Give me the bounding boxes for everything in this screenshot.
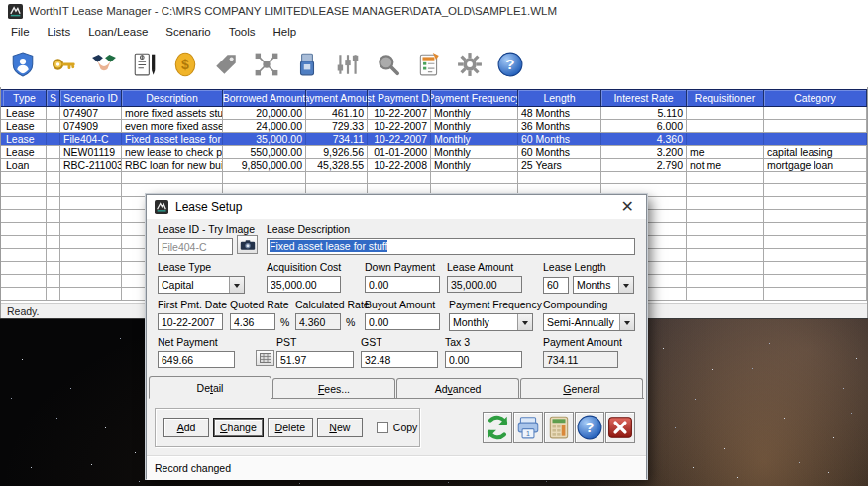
column-header-requisitioner[interactable]: Requisitioner <box>687 90 764 106</box>
gear-toolbar-button[interactable] <box>456 51 484 78</box>
table-row[interactable]: Lease074907more fixed assets stuff or20,… <box>1 107 867 120</box>
column-header-length[interactable]: Length <box>518 90 601 106</box>
dialog-close-icon[interactable]: ✕ <box>617 200 638 214</box>
tab-fees[interactable]: Fees... <box>272 378 395 398</box>
calculator-button[interactable] <box>544 412 574 443</box>
dollar-coin-icon: $ <box>172 52 198 77</box>
window-title: WorthIT Lease Manager - C:\MRS COMPANY L… <box>29 5 557 17</box>
copy-checkbox-wrap: Copy <box>377 422 418 433</box>
column-header-payment-amount[interactable]: Payment Amount <box>306 90 368 106</box>
print-button[interactable]: 1 <box>513 412 543 443</box>
lease-length-input[interactable] <box>543 277 569 294</box>
tax-calculator-button[interactable] <box>256 350 274 366</box>
calculator-icon <box>546 415 572 440</box>
column-header-borrowed-amount[interactable]: Borrowed Amount <box>223 90 306 106</box>
record-buttons-group: AddChangeDeleteNew Copy <box>155 408 420 447</box>
report-toolbar-button[interactable] <box>415 51 443 78</box>
pst-input[interactable] <box>276 351 354 368</box>
menu-scenario[interactable]: Scenario <box>157 24 219 40</box>
acquisition-cost-input[interactable] <box>267 276 341 293</box>
pst-label: PST <box>276 336 354 348</box>
help-button[interactable]: ? <box>575 412 604 443</box>
gst-input[interactable] <box>361 351 438 368</box>
chevron-down-icon[interactable] <box>618 277 633 293</box>
table-row[interactable]: LeaseFile404-CFixed asset lease for stuf… <box>1 133 867 146</box>
svg-text:?: ? <box>585 419 594 435</box>
tab-advanced[interactable]: Advanced <box>396 378 519 398</box>
tab-detail[interactable]: Detail <box>149 376 271 399</box>
svg-text:$: $ <box>181 57 189 72</box>
chevron-down-icon[interactable] <box>517 314 532 330</box>
user-shield-toolbar-button[interactable] <box>9 51 37 78</box>
column-header-description[interactable]: Description <box>122 90 223 106</box>
menu-tools[interactable]: Tools <box>220 24 265 40</box>
delete-button[interactable]: Delete <box>268 418 313 437</box>
handshake-icon <box>91 52 117 77</box>
contract-toolbar-button[interactable] <box>131 51 159 78</box>
lease-length-unit-select[interactable]: Months <box>573 276 634 294</box>
menu-loanlease[interactable]: Loan/Lease <box>79 24 157 40</box>
exit-button[interactable] <box>605 412 635 443</box>
column-header-first-payment-date[interactable]: First Payment Date <box>368 90 431 106</box>
quoted-rate-input[interactable] <box>230 313 275 330</box>
quoted-rate-label: Quoted Rate <box>230 299 291 310</box>
dialog-status-bar: Record changed <box>147 455 646 480</box>
copy-checkbox[interactable] <box>377 422 388 433</box>
key-toolbar-button[interactable] <box>50 51 77 78</box>
tax3-input[interactable] <box>445 351 522 368</box>
tab-general[interactable]: General <box>520 378 643 398</box>
menu-file[interactable]: File <box>2 24 39 40</box>
handshake-toolbar-button[interactable] <box>90 51 118 78</box>
lease-id-field: Lease ID - Try Image <box>158 223 233 255</box>
net-payment-field: Net Payment <box>158 336 235 368</box>
network-toolbar-button[interactable] <box>253 51 280 78</box>
add-button[interactable]: Add <box>163 418 209 437</box>
menu-lists[interactable]: Lists <box>39 24 80 40</box>
gst-label: GST <box>361 336 438 348</box>
down-payment-input[interactable] <box>365 276 440 293</box>
lease-id-input[interactable] <box>158 238 233 255</box>
user-shield-icon <box>10 52 36 77</box>
menu-help[interactable]: Help <box>265 24 306 40</box>
lease-type-select[interactable]: Capital <box>158 276 245 294</box>
mini-grid-icon <box>260 353 271 363</box>
buyout-amount-field: Buyout Amount <box>365 299 440 330</box>
chevron-down-icon[interactable] <box>619 314 634 330</box>
table-row[interactable]: LeaseNEW01119new lease to check paym550,… <box>1 146 867 159</box>
first-pmt-date-input[interactable] <box>158 313 223 330</box>
camera-button[interactable] <box>237 235 258 254</box>
lease-type-label: Lease Type <box>158 261 245 273</box>
refresh-button[interactable] <box>483 412 512 443</box>
dialog-titlebar[interactable]: Lease Setup ✕ <box>147 195 646 219</box>
column-header-interest-rate[interactable]: Interest Rate <box>601 90 687 106</box>
tag-toolbar-button[interactable] <box>212 51 240 78</box>
help-toolbar-button[interactable]: ? <box>496 51 524 78</box>
change-button[interactable]: Change <box>213 418 264 437</box>
screen: WorthIT Lease Manager - C:\MRS COMPANY L… <box>0 0 868 486</box>
svg-text:1: 1 <box>526 430 530 437</box>
lease-length-field: Lease Length Months <box>543 261 635 294</box>
sliders-toolbar-button[interactable] <box>334 51 362 78</box>
buyout-amount-input[interactable] <box>365 313 440 330</box>
table-row[interactable]: Lease074909even more fixed asset stu24,0… <box>1 120 867 133</box>
column-header-scenario-id[interactable]: Scenario ID <box>60 90 122 106</box>
compounding-select[interactable]: Semi-Annually <box>543 313 635 331</box>
quoted-rate-field: Quoted Rate % <box>230 299 291 330</box>
net-payment-label: Net Payment <box>158 336 235 348</box>
column-header-category[interactable]: Category <box>764 90 867 106</box>
drive-toolbar-button[interactable] <box>293 51 321 78</box>
dollar-coin-toolbar-button[interactable]: $ <box>171 51 199 78</box>
table-row[interactable]: LoanRBC-2110035RBC loan for new building… <box>1 159 867 172</box>
new-button[interactable]: New <box>317 418 363 437</box>
copy-checkbox-label: Copy <box>393 422 418 433</box>
chevron-down-icon[interactable] <box>229 277 244 293</box>
net-payment-input[interactable] <box>158 351 235 368</box>
table-row-empty[interactable] <box>1 172 867 184</box>
lease-description-input[interactable]: Fixed asset lease for stuff <box>267 238 635 255</box>
column-header-payment-frequency[interactable]: Payment Frequency <box>431 90 518 106</box>
column-header-type[interactable]: Type <box>3 90 47 106</box>
column-header-s[interactable]: S <box>47 90 60 106</box>
payment-frequency-select[interactable]: Monthly <box>449 313 533 331</box>
print-icon: 1 <box>515 415 541 440</box>
search-toolbar-button[interactable] <box>375 51 402 78</box>
